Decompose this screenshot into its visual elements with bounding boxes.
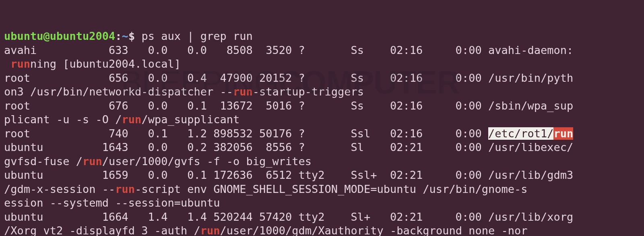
command: ps aux | grep run: [141, 30, 252, 42]
grep-match: run: [200, 224, 220, 236]
prompt-user: ubuntu@ubuntu2004: [4, 30, 115, 42]
prompt-line: ubuntu@ubuntu2004:~$ ps aux | grep run: [4, 30, 253, 42]
process-row-cont: ession --systemd --session=ubuntu: [4, 197, 220, 209]
process-row: root 676 0.0 0.1 13672 5016 ? Ss 02:16 0…: [4, 99, 573, 112]
process-row-cont: /Xorg vt2 -displayfd 3 -auth /run/user/1…: [4, 224, 527, 236]
ps-output: avahi 633 0.0 0.0 8508 3520 ? Ss 02:16 0…: [4, 43, 640, 236]
process-row: root 656 0.0 0.4 47900 20152 ? Ss 02:16 …: [4, 72, 573, 84]
grep-match: run: [115, 183, 135, 195]
grep-match: run: [122, 113, 142, 126]
grep-match: run: [10, 58, 30, 70]
process-row-cont: plicant -u -s -O /run/wpa_supplicant: [4, 113, 239, 126]
process-row-cont: on3 /usr/bin/networkd-dispatcher --run-s…: [4, 85, 364, 98]
process-row: ubuntu 1643 0.0 0.2 382056 8556 ? Sl 02:…: [4, 141, 573, 153]
process-row: root 740 0.1 1.2 898532 50176 ? Ssl 02:1…: [4, 127, 573, 140]
prompt-path: ~: [122, 30, 128, 42]
process-row-cont: running [ubuntu2004.local]: [4, 58, 181, 70]
process-row-cont: /gdm-x-session --run-script env GNOME_SH…: [4, 183, 527, 195]
process-row: ubuntu 1659 0.0 0.1 172636 6512 tty2 Ssl…: [4, 169, 573, 181]
highlighted-path: /etc/rot1/: [488, 127, 554, 140]
terminal[interactable]: BLEEPINGCOMPUTER ubuntu@ubuntu2004:~$ ps…: [0, 0, 644, 236]
process-row: avahi 633 0.0 0.0 8508 3520 ? Ss 02:16 0…: [4, 44, 573, 56]
grep-match: run: [233, 85, 253, 98]
process-row: ubuntu 1664 1.4 1.4 520244 57420 tty2 Sl…: [4, 211, 573, 223]
grep-match: run: [83, 155, 102, 168]
highlighted-match: run: [553, 127, 573, 140]
process-row-cont: gvfsd-fuse /run/user/1000/gvfs -f -o big…: [4, 155, 312, 168]
